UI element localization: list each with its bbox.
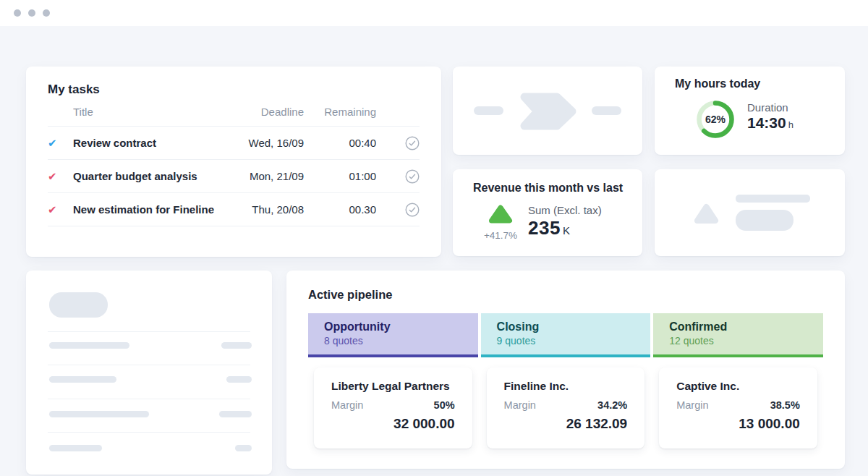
skeleton-row-bar [49,445,102,451]
stage-column-confirmed: Confirmed 12 quotes Captive Inc. Margin … [653,313,823,449]
stage-column-opportunity: Opportunity 8 quotes Liberty Legal Partn… [308,313,478,449]
duration-label: Duration [747,101,793,114]
quote-margin-value: 34.2% [597,399,627,411]
quote-company: Captive Inc. [676,380,800,393]
quote-company: Liberty Legal Partners [331,380,455,393]
revenue-sum-value: 235 [528,217,561,239]
stage-header-closing[interactable]: Closing 9 quotes [481,313,651,357]
my-hours-title: My hours today [675,77,760,90]
my-tasks-title: My tasks [48,82,420,97]
stage-header-confirmed[interactable]: Confirmed 12 quotes [653,313,823,357]
stage-name: Confirmed [669,320,823,333]
trend-up-icon [488,204,513,224]
quote-margin-label: Margin [504,399,536,411]
task-complete-button[interactable] [376,203,420,217]
quote-amount: 32 000.00 [331,416,455,432]
column-title-label: Title [73,106,224,118]
revenue-card: Revenue this month vs last +41.7% Sum (E… [453,169,642,256]
revenue-delta-block: +41.7% [477,204,524,241]
placeholder-pill [736,210,793,231]
window-control-dot[interactable] [43,9,50,17]
column-deadline-label: Deadline [224,106,304,118]
quote-card[interactable]: Captive Inc. Margin 38.5% 13 000.00 [659,367,817,449]
hours-percent: 62% [694,98,736,140]
task-remaining: 00:40 [304,137,376,149]
window-control-dot[interactable] [14,9,21,17]
task-complete-button[interactable] [376,169,420,184]
task-row[interactable]: ✔ Quarter budget analysis Mon, 21/09 01:… [48,160,420,193]
task-status-check-icon: ✔ [48,203,73,216]
divider [48,399,250,399]
quote-company: Fineline Inc. [504,380,628,393]
hours-progress-ring: 62% [694,98,736,140]
check-circle-icon [405,203,420,217]
task-row[interactable]: ✔ New estimation for Fineline Thu, 20/08… [48,193,420,226]
stage-header-opportunity[interactable]: Opportunity 8 quotes [308,313,478,357]
my-tasks-card: My tasks Title Deadline Remaining ✔ Revi… [26,67,441,257]
task-remaining: 00.30 [304,203,376,216]
placeholder-pill [474,106,503,115]
duration-value: 14:30 [747,114,786,131]
stage-quotes-count: 8 quotes [324,335,478,347]
pipeline-stages: Opportunity 8 quotes Liberty Legal Partn… [308,313,823,449]
check-circle-icon [405,169,420,184]
skeleton-row-value [221,342,252,349]
skeleton-row-value [235,445,252,451]
revenue-sum-unit: K [563,224,570,237]
chart-placeholder-card [655,169,845,256]
divider [48,331,250,332]
quote-amount: 13 000.00 [676,416,800,432]
quote-margin-label: Margin [676,399,708,411]
skeleton-row-bar [49,342,129,349]
workflow-placeholder-card [453,67,642,155]
revenue-sum-label: Sum (Excl. tax) [528,204,602,216]
flow-arrow-icon [520,93,578,130]
placeholder-bar [736,195,810,203]
my-hours-card: My hours today 62% Duration 14:30h [655,67,845,155]
window-control-dot[interactable] [28,9,35,17]
list-skeleton-card [26,271,272,475]
placeholder-triangle-icon [693,203,720,224]
task-complete-button[interactable] [376,136,420,150]
task-title: New estimation for Fineline [73,203,224,216]
revenue-title: Revenue this month vs last [473,182,623,195]
task-status-check-icon: ✔ [48,170,73,183]
dashboard-screen: My tasks Title Deadline Remaining ✔ Revi… [0,0,868,476]
stage-quotes-count: 12 quotes [669,335,823,347]
stage-column-closing: Closing 9 quotes Fineline Inc. Margin 34… [481,313,651,449]
stage-name: Closing [497,320,651,333]
check-circle-icon [405,136,420,150]
quote-card[interactable]: Fineline Inc. Margin 34.2% 26 132.09 [487,367,645,449]
task-remaining: 01:00 [304,170,376,182]
column-remaining-label: Remaining [304,106,376,118]
active-pipeline-title: Active pipeline [308,288,823,302]
revenue-sum-block: Sum (Excl. tax) 235K [528,204,602,239]
task-deadline: Wed, 16/09 [224,137,304,149]
duration-block: Duration 14:30h [747,101,793,132]
task-title: Review contract [73,137,224,149]
divider [48,365,250,365]
quote-amount: 26 132.09 [504,416,628,432]
placeholder-pill [592,106,621,115]
quote-card[interactable]: Liberty Legal Partners Margin 50% 32 000… [314,367,472,449]
stage-name: Opportunity [324,320,478,333]
stage-quotes-count: 9 quotes [497,335,651,347]
task-status-check-icon: ✔ [48,137,73,150]
duration-unit: h [788,119,793,130]
task-row[interactable]: ✔ Review contract Wed, 16/09 00:40 [48,127,420,160]
skeleton-row-bar [49,376,116,383]
skeleton-row-bar [49,411,149,417]
skeleton-title-pill [49,292,108,318]
task-deadline: Thu, 20/08 [224,203,304,216]
skeleton-row-value [219,411,252,417]
window-titlebar [0,0,868,26]
tasks-table-header: Title Deadline Remaining [48,97,420,127]
skeleton-row-value [226,376,252,383]
task-deadline: Mon, 21/09 [224,170,304,182]
revenue-delta: +41.7% [477,230,524,241]
quote-margin-value: 38.5% [770,399,800,411]
quote-margin-label: Margin [331,399,363,411]
task-title: Quarter budget analysis [73,170,224,182]
quote-margin-value: 50% [434,399,455,411]
divider [48,432,250,433]
